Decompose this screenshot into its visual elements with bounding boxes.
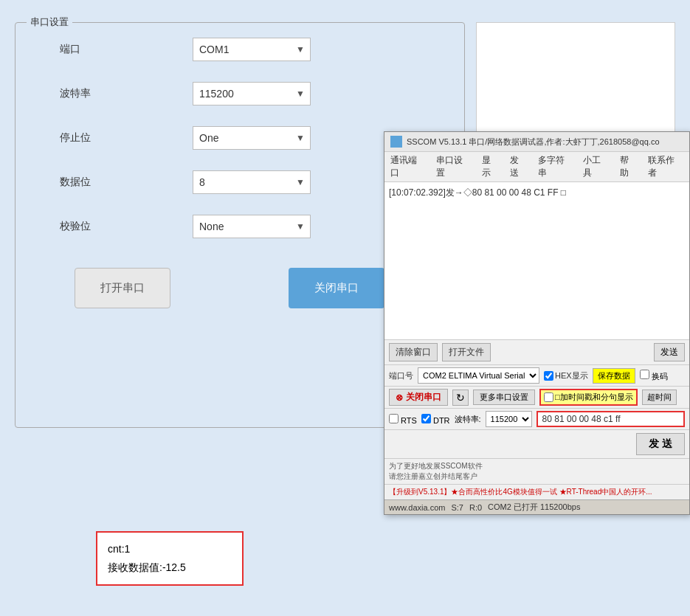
- port-group: 端口 COM1 COM2 COM3 ▼: [30, 38, 449, 61]
- refresh-button[interactable]: ↻: [452, 390, 469, 406]
- status-port-status: COM2 已打开 115200bps: [488, 502, 580, 513]
- clear-window-button[interactable]: 清除窗口: [389, 343, 438, 361]
- stopbits-select-wrapper[interactable]: One Two 1.5 ▼: [193, 126, 311, 150]
- parity-label: 校验位: [60, 220, 119, 233]
- port-select[interactable]: COM1 COM2 COM3: [193, 38, 311, 61]
- menu-comm[interactable]: 通讯端口: [390, 154, 426, 179]
- timeout-button[interactable]: 超时间: [642, 390, 677, 405]
- timestamp-checkbox[interactable]: [544, 392, 553, 402]
- parity-select[interactable]: None Odd Even: [193, 215, 311, 238]
- data-line2: 接收数据值:-12.5: [108, 558, 232, 577]
- menu-serial[interactable]: 串口设置: [436, 154, 472, 179]
- stopbits-select[interactable]: One Two 1.5: [193, 126, 311, 150]
- menu-help[interactable]: 帮助: [620, 154, 638, 179]
- baudrate-group: 波特率 115200 9600 57600 ▼: [30, 82, 449, 105]
- sscom-info-row: 为了更好地发展SSCOM软件 请您注册嘉立创并结尾客户: [384, 459, 689, 485]
- port-select-wrapper[interactable]: COM1 COM2 COM3 ▼: [193, 38, 311, 61]
- sscom-title-text: SSCOM V5.13.1 串口/网络数据调试器,作者:大虾丁丁,2618058…: [407, 136, 660, 148]
- timestamp-label: □加时间戳和分句显示: [555, 392, 633, 403]
- databits-select[interactable]: 8 7 6 5: [193, 170, 311, 194]
- baudrate-select-wrapper[interactable]: 115200 9600 57600 ▼: [193, 82, 311, 105]
- more-checkbox[interactable]: [640, 370, 649, 379]
- sscom-status-bar: www.daxia.com S:7 R:0 COM2 已打开 115200bps: [384, 499, 689, 514]
- sscom-info-text: 为了更好地发展SSCOM软件 请您注册嘉立创并结尾客户: [389, 461, 685, 482]
- menu-contact[interactable]: 联系作者: [648, 154, 683, 179]
- sscom-bottom: 清除窗口 打开文件 发送 端口号 COM2 ELTIMA Virtual Ser…: [384, 339, 689, 514]
- send-right-button[interactable]: 发送: [654, 343, 685, 361]
- sscom-ad-text: 【升级到V5.13.1】★合而高性价比4G模块值得一试 ★RT-Thread中国…: [389, 488, 652, 496]
- dtr-label: DTR: [433, 416, 450, 425]
- sscom-send-row: 发 送: [384, 430, 689, 459]
- baudrate-label-sscom: 波特率:: [455, 414, 481, 425]
- parity-select-wrapper[interactable]: None Odd Even ▼: [193, 215, 311, 238]
- port-label: 端口: [60, 43, 119, 56]
- open-file-button[interactable]: 打开文件: [442, 343, 491, 361]
- data-display-box: cnt:1 接收数据值:-12.5: [96, 531, 244, 586]
- baudrate-select[interactable]: 115200 9600 57600: [193, 82, 311, 105]
- status-r: R:0: [469, 503, 482, 512]
- more-check-label[interactable]: 换码: [640, 370, 668, 382]
- sscom-log-text: [10:07:02.392]发→◇80 81 00 00 48 C1 FF □: [389, 187, 685, 199]
- port-number-select[interactable]: COM2 ELTIMA Virtual Serial: [418, 367, 539, 384]
- status-s: S:7: [451, 503, 463, 512]
- hex-display-checkbox[interactable]: [544, 371, 553, 381]
- rts-label: RTS: [401, 416, 417, 425]
- sscom-ad-row: 【升级到V5.13.1】★合而高性价比4G模块值得一试 ★RT-Thread中国…: [384, 485, 689, 499]
- menu-multistr[interactable]: 多字符串: [538, 154, 573, 179]
- more-port-settings-button[interactable]: 更多串口设置: [473, 390, 535, 405]
- close-icon: ⊗: [396, 392, 403, 403]
- sscom-rts-row: RTS DTR 波特率: 115200 80 81 00 00 48 c1 ff: [384, 409, 689, 430]
- sscom-titlebar: SSCOM V5.13.1 串口/网络数据调试器,作者:大虾丁丁,2618058…: [384, 132, 689, 152]
- dtr-checkbox[interactable]: [421, 414, 431, 423]
- data-line1: cnt:1: [108, 540, 232, 558]
- port-number-label: 端口号: [389, 370, 413, 381]
- sscom-close-port-label: 关闭串口: [406, 391, 441, 404]
- hex-display-label: HEX显示: [555, 370, 588, 381]
- main-send-button[interactable]: 发 送: [636, 433, 685, 455]
- databits-select-wrapper[interactable]: 8 7 6 5 ▼: [193, 170, 311, 194]
- close-port-button[interactable]: 关闭串口: [289, 268, 384, 308]
- sscom-close-row: ⊗ 关闭串口 ↻ 更多串口设置 □加时间戳和分句显示 超时间: [384, 387, 689, 409]
- menu-tools[interactable]: 小工具: [583, 154, 610, 179]
- status-website: www.daxia.com: [389, 503, 445, 512]
- dtr-check-label[interactable]: DTR: [421, 414, 450, 425]
- databits-label: 数据位: [60, 176, 119, 189]
- sscom-title-icon: [390, 136, 402, 148]
- baudrate-select-sscom[interactable]: 115200: [486, 411, 532, 427]
- sscom-menubar: 通讯端口 串口设置 显示 发送 多字符串 小工具 帮助 联系作者: [384, 152, 689, 182]
- send-data-input-container: 80 81 00 00 48 c1 ff: [537, 411, 685, 427]
- open-port-button[interactable]: 打开串口: [75, 268, 170, 308]
- timestamp-check-container[interactable]: □加时间戳和分句显示: [539, 389, 638, 406]
- menu-send[interactable]: 发送: [510, 154, 528, 179]
- send-data-value: 80 81 00 00 48 c1 ff: [542, 414, 621, 424]
- sscom-port-row: 端口号 COM2 ELTIMA Virtual Serial HEX显示 保存数…: [384, 365, 689, 387]
- sscom-close-port-button[interactable]: ⊗ 关闭串口: [389, 389, 448, 406]
- stopbits-label: 停止位: [60, 131, 119, 145]
- panel-title: 串口设置: [27, 15, 72, 29]
- baudrate-label: 波特率: [60, 87, 119, 100]
- save-data-button[interactable]: 保存数据: [593, 368, 635, 384]
- more-check-text: 换码: [652, 372, 668, 381]
- sscom-toolbar-row: 清除窗口 打开文件 发送: [384, 340, 689, 365]
- hex-display-check-label[interactable]: HEX显示: [544, 370, 588, 381]
- rts-check-label[interactable]: RTS: [389, 414, 417, 425]
- sscom-window: SSCOM V5.13.1 串口/网络数据调试器,作者:大虾丁丁,2618058…: [384, 131, 690, 515]
- sscom-content: [10:07:02.392]发→◇80 81 00 00 48 C1 FF □: [384, 182, 689, 339]
- rts-checkbox[interactable]: [389, 414, 399, 423]
- menu-display[interactable]: 显示: [482, 154, 500, 179]
